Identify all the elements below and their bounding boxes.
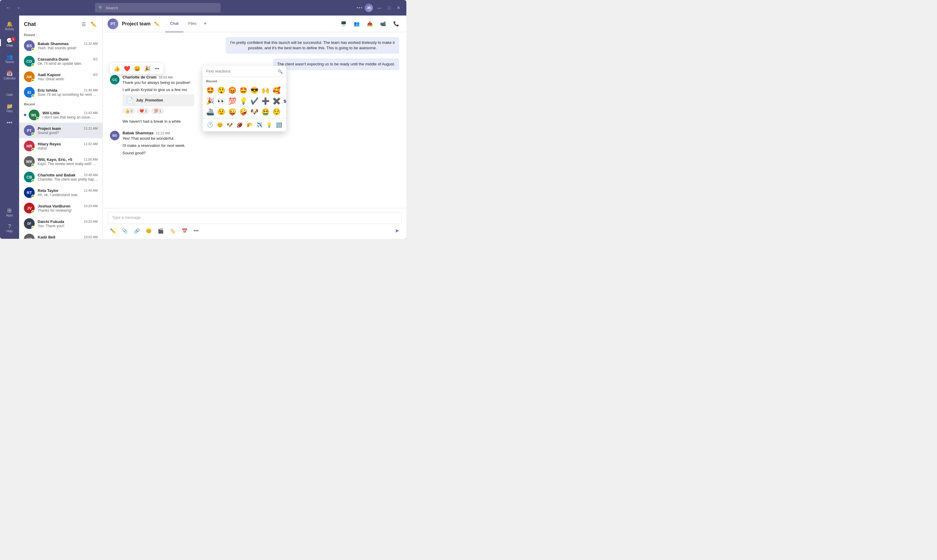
emoji-button[interactable]: SOON xyxy=(282,96,286,106)
emoji-button[interactable]: 💯 xyxy=(227,96,238,106)
sidebar-label-calendar: Calendar xyxy=(3,77,16,80)
sidebar-item-more[interactable]: ••• xyxy=(0,117,19,128)
user-avatar[interactable]: JB xyxy=(364,3,373,12)
list-item[interactable]: KB Kadji Bell 10:02 AM You: I like the i… xyxy=(19,231,102,239)
emoji-button[interactable]: 😟 xyxy=(216,107,227,117)
emoji-cat-sports[interactable]: 🏈 xyxy=(235,121,244,129)
sidebar-item-calendar[interactable]: 📅 Calendar xyxy=(0,68,19,83)
emoji-search-input[interactable] xyxy=(206,69,275,74)
emoji-button[interactable]: 🤪 xyxy=(238,107,249,117)
emoji-button[interactable]: 😡 xyxy=(227,85,238,95)
audio-call-icon[interactable]: 📞 xyxy=(391,20,401,28)
emoji-button[interactable]: 😎 xyxy=(249,85,259,95)
video-call-icon[interactable]: 📹 xyxy=(378,20,388,28)
quick-more-button[interactable]: ••• xyxy=(154,65,161,72)
sidebar-item-files[interactable]: 📁 Files xyxy=(0,101,19,116)
list-item[interactable]: CD Cassandra Dunn 6/2 Ok. I'll send an u… xyxy=(19,54,102,69)
sidebar-item-teams[interactable]: 👥 Teams xyxy=(0,51,19,66)
status-dot xyxy=(31,132,34,135)
sidebar-item-activity[interactable]: 🔔 Activity xyxy=(0,18,19,34)
list-item[interactable]: HR Hilary Reyes 11:02 AM Haha! xyxy=(19,138,102,154)
emoji-cat-symbols[interactable]: 🔢 xyxy=(274,121,284,129)
sidebar-item-apps[interactable]: ⊞ Apps xyxy=(6,205,13,220)
screen-share-icon[interactable]: 🖥️ xyxy=(338,20,349,28)
emoji-button[interactable]: 🚢 xyxy=(205,107,215,117)
sidebar-item-calls[interactable]: 📞 Calls xyxy=(0,84,19,99)
emoji-cat-objects[interactable]: 💡 xyxy=(264,121,274,129)
more-options-button[interactable]: ••• xyxy=(191,227,201,235)
list-item[interactable]: DF Daichi Fukuda 10:20 AM You: Thank you… xyxy=(19,216,102,231)
reaction-pill[interactable]: 👍 3 xyxy=(122,108,135,114)
emoji-button[interactable]: ✖️ xyxy=(271,96,282,106)
add-tab-button[interactable]: + xyxy=(201,15,209,32)
forward-button[interactable]: › xyxy=(15,4,22,12)
format-button[interactable]: ✏️ xyxy=(108,227,118,235)
emoji-button[interactable]: 😊 xyxy=(282,107,286,117)
list-item[interactable]: EI Eric Ishida 11:40 AM Sure. I'll set u… xyxy=(19,85,102,100)
list-item[interactable]: BS Babak Shammas 11:32 AM Yeah, that sou… xyxy=(19,38,102,54)
edit-icon[interactable]: ✏️ xyxy=(154,22,159,26)
sticker-button[interactable]: 🏷️ xyxy=(167,227,178,235)
tab-files[interactable]: Files xyxy=(184,15,201,32)
emoji-cat-travel[interactable]: ✈️ xyxy=(255,121,264,129)
emoji-button[interactable]: 🥰 xyxy=(271,85,282,95)
quick-reaction-heart[interactable]: ❤️ xyxy=(123,65,131,72)
add-people-icon[interactable]: 👥 xyxy=(351,20,362,28)
emoji-button[interactable]: 🎉 xyxy=(205,96,215,106)
emoji-button[interactable]: 👀 xyxy=(216,96,227,106)
emoji-button[interactable]: 😲 xyxy=(216,85,227,95)
quick-reaction-laugh[interactable]: 😄 xyxy=(133,65,141,72)
avatar: HR xyxy=(24,141,35,151)
pinned-label: Pinned xyxy=(19,31,102,38)
list-item[interactable]: AK Aadi Kapoor 6/2 You: Great work! xyxy=(19,69,102,85)
minimize-button[interactable]: — xyxy=(375,3,384,12)
filter-button[interactable]: ☰ xyxy=(80,20,87,28)
emoji-button[interactable]: 🤩 xyxy=(205,85,215,95)
chat-name: Will, Kayo, Eric, +5 xyxy=(38,157,72,162)
list-item[interactable]: JV Joshua VanBuren 10:29 AM Thanks for r… xyxy=(19,200,102,216)
chat-info: Charlotte and Babak 10:48 AM Charlotte: … xyxy=(38,173,98,182)
list-item[interactable]: WL Will Little 11:42 AM I don't see that… xyxy=(19,107,102,123)
emoji-cat-animals[interactable]: 🐶 xyxy=(225,121,235,129)
reaction-pill[interactable]: ❤️ 2 xyxy=(137,108,150,114)
sidebar-item-help[interactable]: ? Help xyxy=(6,221,13,236)
file-attachment[interactable]: 📄 July_Promotion xyxy=(122,94,194,106)
sidebar-label-teams: Teams xyxy=(5,60,14,63)
link-button[interactable]: 🔗 xyxy=(131,227,142,235)
quick-reaction-celebrate[interactable]: 🎉 xyxy=(144,65,151,72)
list-item[interactable]: CB Charlotte and Babak 10:48 AM Charlott… xyxy=(19,169,102,185)
list-item[interactable]: PT Project team 11:21 AM Sound good? xyxy=(19,123,102,138)
emoji-button[interactable]: 😊 xyxy=(144,227,154,235)
emoji-button[interactable]: 🤮 xyxy=(260,107,271,117)
emoji-button[interactable]: ✔️ xyxy=(249,96,259,106)
emoji-button[interactable]: 🐶 xyxy=(249,107,259,117)
emoji-button[interactable]: 💡 xyxy=(238,96,249,106)
new-chat-button[interactable]: ✏️ xyxy=(90,20,98,28)
schedule-button[interactable]: 📅 xyxy=(179,227,190,235)
search-bar[interactable]: 🔍 Search xyxy=(95,3,221,12)
emoji-button[interactable]: ➕ xyxy=(260,96,271,106)
maximize-button[interactable]: □ xyxy=(385,3,393,12)
emoji-cat-food[interactable]: 🌮 xyxy=(245,121,254,129)
emoji-cat-smileys[interactable]: 😊 xyxy=(215,121,225,129)
emoji-button[interactable]: 🙌 xyxy=(260,85,271,95)
emoji-button[interactable]: 😌 xyxy=(271,107,282,117)
reaction-pill[interactable]: 💯 1 xyxy=(151,108,164,114)
emoji-button[interactable]: 🤩 xyxy=(238,85,249,95)
tab-chat[interactable]: Chat xyxy=(165,15,184,32)
quick-reaction-thumbs-up[interactable]: 👍 xyxy=(113,65,121,72)
emoji-button[interactable]: 🔥 xyxy=(282,85,286,95)
schedule-icon[interactable]: 📤 xyxy=(364,20,375,28)
attach-button[interactable]: 📎 xyxy=(119,227,130,235)
sidebar-item-chat[interactable]: 1 💬 Chat xyxy=(0,35,19,50)
message-input-box[interactable]: Type a message xyxy=(108,212,401,224)
emoji-button[interactable]: 😜 xyxy=(227,107,238,117)
list-item[interactable]: WK Will, Kayo, Eric, +5 11:00 AM Kayo: T… xyxy=(19,154,102,169)
send-button[interactable]: ➤ xyxy=(392,226,401,235)
more-options[interactable] xyxy=(357,7,362,8)
emoji-cat-recent[interactable]: 🕐 xyxy=(205,121,215,129)
gif-button[interactable]: 🎬 xyxy=(155,227,166,235)
close-button[interactable]: ✕ xyxy=(394,3,403,12)
list-item[interactable]: RT Reta Taylor 11:40 AM Ah, ok. I unders… xyxy=(19,185,102,200)
back-button[interactable]: ← xyxy=(3,4,13,12)
